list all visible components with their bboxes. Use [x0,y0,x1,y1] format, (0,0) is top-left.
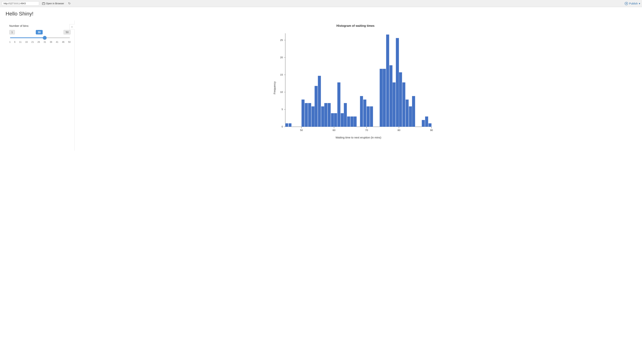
y-tick-20: 20 [280,56,283,59]
bar-82 [406,100,409,127]
publish-button[interactable]: Publish ▾ [625,2,640,5]
tick-1: 1 [9,41,11,43]
bar-45 [285,123,288,127]
tick-31: 31 [44,41,46,43]
slider-track-wrapper[interactable] [10,36,70,40]
app-content: Hello Shiny! ‹ Number of bins: 1 30 50 [0,7,642,154]
collapse-button[interactable]: ‹ [69,24,75,30]
open-browser-icon [42,2,45,5]
tick-41: 41 [56,41,58,43]
bar-66 [354,116,357,127]
slider-labels-top: 1 30 50 [9,30,71,34]
histogram-svg: Frequency 0 5 10 [272,30,439,146]
sidebar-panel: ‹ Number of bins: 1 30 50 1 6 11 [6,20,75,151]
svg-rect-0 [42,2,45,5]
bar-70 [367,106,370,127]
bar-71 [370,106,373,127]
tick-11: 11 [19,41,22,43]
bar-84 [412,96,415,127]
main-layout: ‹ Number of bins: 1 30 50 1 6 11 [6,20,636,151]
tick-6: 6 [14,41,16,43]
x-tick-80: 80 [398,129,401,132]
bar-75 [383,69,386,127]
app-title: Hello Shiny! [6,11,636,17]
bar-63 [344,103,347,127]
tick-50: 50 [68,41,71,43]
bar-51 [305,103,308,127]
slider-current-label: 30 [36,30,43,34]
slider-track [10,38,70,38]
slider-max-label: 50 [64,30,71,34]
bins-label: Number of bins: [9,24,71,27]
bar-52 [308,103,311,127]
bar-69 [363,100,367,127]
slider-container: 1 30 50 1 6 11 16 21 26 31 [9,30,71,43]
bar-64 [347,116,350,127]
tick-46: 46 [62,41,65,43]
bar-57 [324,103,328,127]
bar-77 [389,65,393,127]
bar-53 [311,106,314,127]
bar-78 [393,82,396,127]
publish-dropdown-arrow[interactable]: ▾ [639,2,640,5]
bar-62 [341,113,344,127]
x-tick-70: 70 [365,129,368,132]
bar-87 [422,120,425,127]
bar-74 [380,69,383,127]
open-in-browser-btn[interactable]: Open in Browser [41,2,65,6]
x-axis-label: Waiting time to next eruption (in mins) [336,136,381,139]
bar-54 [314,86,318,127]
slider-ticks: 1 6 11 16 21 26 31 36 41 46 50 [9,41,71,43]
bar-68 [360,96,363,127]
bar-46 [288,123,291,127]
bar-89 [428,123,432,127]
bar-55 [318,76,321,127]
y-tick-0: 0 [281,125,283,128]
y-tick-25: 25 [280,39,283,42]
tick-21: 21 [31,41,34,43]
bar-59 [331,113,334,127]
x-tick-50: 50 [300,129,303,132]
slider-min-label: 1 [9,30,15,34]
bar-65 [351,116,354,127]
bar-80 [399,72,402,127]
bar-88 [425,116,428,127]
bar-50 [301,100,304,127]
browser-toolbar: http://127.0.0.1:4943 Open in Browser ↻ … [0,0,642,7]
tick-16: 16 [25,41,28,43]
bar-61 [338,82,341,127]
chart-svg-container: Frequency 0 5 10 [272,30,439,147]
bar-83 [409,106,412,127]
tick-26: 26 [38,41,40,43]
y-tick-5: 5 [281,108,283,111]
url-bar[interactable]: http://127.0.0.1:4943 [2,1,39,6]
slider-fill [10,38,45,38]
bar-76 [386,34,389,127]
publish-icon [625,2,628,5]
tick-36: 36 [50,41,52,43]
bar-56 [321,106,324,127]
chart-area: Histogram of waiting times Frequency 0 [75,20,636,151]
x-tick-90: 90 [430,129,433,132]
y-tick-10: 10 [280,91,283,94]
bar-81 [402,82,405,127]
bar-58 [328,103,331,127]
chart-title: Histogram of waiting times [337,24,375,28]
y-tick-15: 15 [280,73,283,76]
y-axis-label: Frequency [273,81,276,94]
bar-60 [334,113,337,127]
bar-79 [396,38,399,127]
refresh-button[interactable]: ↻ [67,1,72,6]
x-tick-60: 60 [333,129,336,132]
slider-thumb[interactable] [43,36,47,40]
